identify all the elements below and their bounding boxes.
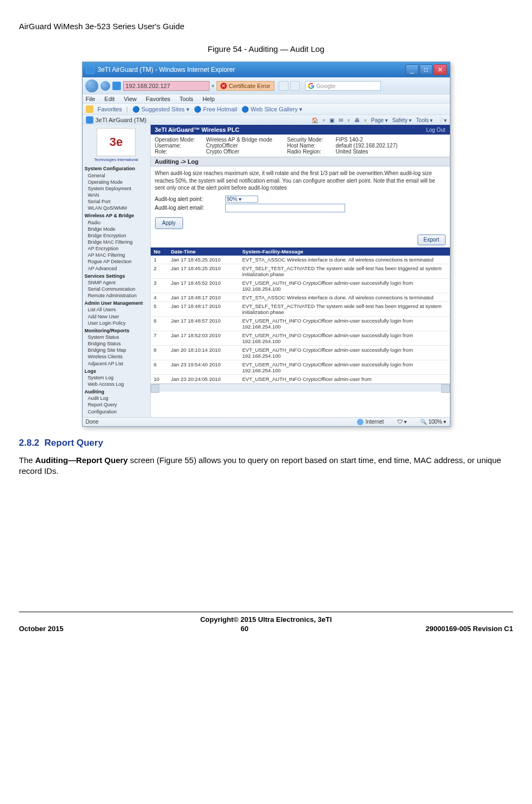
sidebar-item[interactable]: Radio	[83, 219, 150, 226]
cell-no: 1	[151, 256, 168, 264]
logout-link[interactable]: Log Out	[426, 127, 446, 133]
sidebar-group-head: System Configuration	[83, 164, 150, 172]
maximize-button[interactable]: □	[420, 64, 433, 75]
back-button[interactable]	[85, 79, 98, 92]
page-menu[interactable]: Page ▾	[371, 117, 388, 123]
figure-caption: Figure 54 - Auditing — Audit Log	[19, 44, 513, 53]
sidebar-item[interactable]: AP Advanced	[83, 265, 150, 272]
suggested-sites-link[interactable]: 🔵 Suggested Sites ▾	[132, 106, 190, 113]
forward-button[interactable]	[100, 81, 110, 91]
table-row: 2Jan 17 18:45:25 2010EVT_SELF_TEST_ACTIV…	[151, 264, 450, 278]
mail-icon[interactable]: ✉	[339, 117, 343, 123]
tools-menu[interactable]: Tools ▾	[416, 117, 433, 123]
sidebar-item[interactable]: AP MAC Filtering	[83, 252, 150, 258]
sidebar-item[interactable]: Serial Port	[83, 198, 150, 205]
menu-help[interactable]: Help	[203, 96, 215, 102]
cell-message: EVT_USER_AUTH_INFO CryptoOfficer admin-u…	[239, 331, 450, 345]
browser-tab[interactable]: 3eTI AirGuard (TM)	[86, 116, 147, 124]
main-panel: 3eTI AirGuard™ Wireless PLC Log Out Oper…	[151, 125, 450, 417]
menu-tools[interactable]: Tools	[179, 96, 193, 102]
sidebar-item[interactable]: AP Encryption	[83, 245, 150, 252]
alert-email-input[interactable]	[225, 204, 345, 212]
sidebar-item[interactable]: Bridging Site Map	[83, 347, 150, 353]
menu-file[interactable]: File	[86, 96, 96, 102]
minimize-button[interactable]: _	[406, 64, 419, 75]
sidebar-item[interactable]: Report Query	[83, 401, 150, 408]
cell-message: EVT_USER_AUTH_INFO CryptoOfficer admin-u…	[239, 316, 450, 331]
sidebar-group-head: Auditing	[83, 387, 150, 395]
free-hotmail-link[interactable]: 🔵 Free Hotmail	[194, 106, 237, 113]
globe-icon	[357, 419, 363, 425]
sidebar-item[interactable]: WAN	[83, 192, 150, 198]
sidebar-item[interactable]: Serial Communication	[83, 286, 150, 292]
sidebar-item[interactable]: Add New User	[83, 313, 150, 320]
cell-message: EVT_USER_AUTH_INFO CryptoOfficer admin-u…	[239, 345, 450, 360]
sidebar-item[interactable]: General	[83, 172, 150, 179]
help-icon[interactable]: ❔▾	[437, 117, 447, 123]
protected-mode-icon: 🛡 ▾	[398, 419, 407, 425]
sidebar-item[interactable]: Operating Mode	[83, 179, 150, 185]
tab-icon	[86, 116, 93, 124]
safety-menu[interactable]: Safety ▾	[392, 117, 412, 123]
sidebar-group-head: Services Settings	[83, 272, 150, 279]
search-field[interactable]: Google	[305, 81, 381, 91]
web-slice-link[interactable]: 🔵 Web Slice Gallery ▾	[241, 106, 302, 113]
refresh-icon[interactable]	[279, 81, 288, 91]
sidebar-item[interactable]: Bridge MAC Filtering	[83, 239, 150, 245]
menu-favorites[interactable]: Favorites	[146, 96, 170, 102]
star-icon[interactable]	[86, 105, 93, 113]
sidebar-item[interactable]: Remote Administration	[83, 292, 150, 299]
zoom-level[interactable]: 🔍 100% ▾	[420, 419, 446, 425]
scroll-left-icon[interactable]	[151, 384, 159, 393]
cell-no: 4	[151, 293, 168, 302]
cell-datetime: Jan 17 18:48:17 2010	[168, 293, 239, 302]
sidebar-item[interactable]: Configuration	[83, 408, 150, 415]
cell-no: 2	[151, 264, 168, 278]
sidebar-item[interactable]: System Deployment	[83, 185, 150, 192]
sidebar-item[interactable]: Adjacent AP List	[83, 360, 150, 367]
col-datetime: Date-Time	[168, 247, 239, 256]
horizontal-scrollbar[interactable]	[151, 384, 450, 392]
sidebar-item[interactable]: Rogue AP Detection	[83, 258, 150, 265]
alert-point-select[interactable]: 90% ▾	[225, 196, 258, 203]
certificate-error[interactable]: ✕ Certificate Error	[217, 81, 274, 91]
print-icon[interactable]: 🖶	[354, 117, 360, 123]
feeds-icon[interactable]: ▣	[329, 117, 334, 123]
stop-icon[interactable]	[290, 81, 300, 91]
scroll-right-icon[interactable]	[441, 384, 450, 393]
sidebar-item[interactable]: WLAN QoS/WMM	[83, 205, 150, 211]
menu-view[interactable]: View	[124, 96, 137, 102]
sidebar-item[interactable]: System Log	[83, 374, 150, 381]
sidebar-item[interactable]: List All Users	[83, 306, 150, 313]
status-zone: Internet	[357, 419, 384, 425]
close-button[interactable]: ✕	[434, 64, 447, 75]
cell-message: EVT_STA_ASSOC Wireless interface is done…	[239, 293, 450, 302]
doc-header: AirGuard WiMesh 3e-523 Series User's Gui…	[19, 22, 513, 31]
table-row: 9Jan 23 19:54:40 2010EVT_USER_AUTH_INFO …	[151, 360, 450, 374]
cell-datetime: Jan 23 20:24:05 2010	[168, 374, 239, 383]
sidebar-item[interactable]: SNMP Agent	[83, 279, 150, 286]
sidebar-item[interactable]: Bridging Status	[83, 340, 150, 347]
google-icon	[308, 83, 314, 89]
cert-error-label: Certificate Error	[229, 83, 271, 89]
cell-message: EVT_USER_AUTH_INFO CryptoOfficer admin-u…	[239, 278, 450, 293]
cell-datetime: Jan 23 19:54:40 2010	[168, 360, 239, 374]
op-mode-label: Operation Mode:	[155, 137, 206, 143]
sidebar-item[interactable]: User Login Policy	[83, 320, 150, 326]
sidebar-item[interactable]: Bridge Mode	[83, 226, 150, 232]
screenshot-window: 3eTI AirGuard (TM) - Windows Internet Ex…	[82, 62, 450, 427]
cell-message: EVT_USER_AUTH_INFO CryptoOfficer admin-u…	[239, 374, 450, 383]
sidebar-item[interactable]: System Status	[83, 334, 150, 340]
op-mode-value: Wireless AP & Bridge mode	[206, 137, 287, 143]
apply-button[interactable]: Apply	[155, 217, 183, 229]
sidebar-item[interactable]: Wireless Clients	[83, 353, 150, 360]
address-field[interactable]: 192.168.202.127	[123, 81, 210, 91]
home-icon[interactable]: 🏠	[312, 117, 318, 123]
sidebar-item[interactable]: Audit Log	[83, 395, 150, 401]
export-button[interactable]: Export	[417, 234, 446, 245]
menu-bar: File Edit View Favorites Tools Help	[83, 94, 450, 103]
sidebar-item[interactable]: Bridge Encryption	[83, 232, 150, 239]
menu-edit[interactable]: Edit	[104, 96, 115, 102]
role-label: Role:	[155, 149, 206, 155]
sidebar-item[interactable]: Web Access Log	[83, 381, 150, 387]
